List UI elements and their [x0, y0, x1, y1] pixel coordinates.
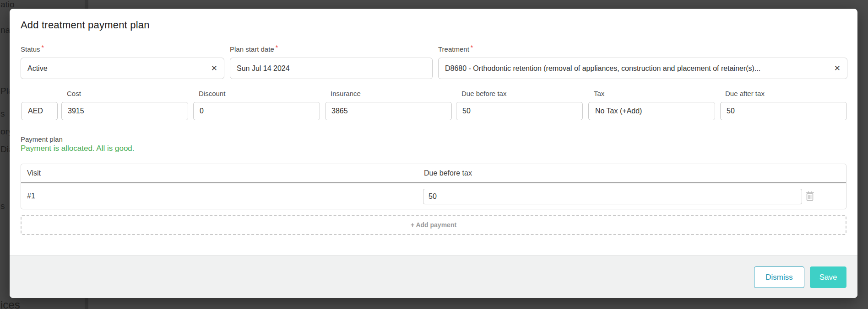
- background-text-fragment: s: [0, 109, 5, 119]
- plan-start-date-value: Sun Jul 14 2024: [237, 64, 426, 73]
- insurance-label: Insurance: [331, 90, 361, 97]
- visit-due-before-tax-input[interactable]: [423, 189, 802, 204]
- due-after-tax-input: [720, 102, 847, 120]
- tax-select[interactable]: No Tax (+Add): [588, 102, 715, 120]
- required-asterisk: *: [471, 44, 473, 51]
- clear-status-icon[interactable]: ✕: [211, 64, 217, 72]
- treatment-value: D8680 - Orthodontic retention (removal o…: [445, 64, 830, 73]
- due-before-tax-label: Due before tax: [461, 90, 506, 97]
- due-before-tax-input: [456, 102, 583, 120]
- add-payment-button[interactable]: + Add payment: [21, 215, 846, 235]
- required-asterisk: *: [42, 44, 44, 51]
- due-after-tax-label: Due after tax: [725, 90, 765, 97]
- cost-label: Cost: [67, 90, 81, 97]
- save-button[interactable]: Save: [810, 266, 846, 288]
- currency-box: AED: [21, 102, 58, 120]
- dialog-title: Add treatment payment plan: [21, 19, 150, 31]
- add-treatment-payment-plan-dialog: Add treatment payment plan Status* Plan …: [10, 9, 857, 298]
- required-asterisk: *: [276, 44, 278, 51]
- table-header-row: Visit Due before tax: [21, 164, 846, 183]
- tax-value: No Tax (+Add): [595, 107, 708, 115]
- treatment-label: Treatment*: [438, 44, 473, 53]
- currency-code: AED: [28, 107, 51, 115]
- clear-treatment-icon[interactable]: ✕: [834, 64, 841, 72]
- treatment-select[interactable]: D8680 - Orthodontic retention (removal o…: [438, 58, 847, 79]
- background-text-fragment: ices: [0, 298, 20, 309]
- plan-start-date-label: Plan start date*: [230, 44, 278, 53]
- visit-column-header: Visit: [27, 169, 41, 177]
- due-before-tax-column-header: Due before tax: [424, 169, 472, 177]
- payment-plan-table: Visit Due before tax #1: [21, 164, 846, 209]
- screen: atio nat Pla s ory Dia s ices Add treatm…: [0, 0, 868, 309]
- delete-payment-icon[interactable]: [805, 191, 814, 202]
- dialog-footer: Dismiss Save: [10, 255, 857, 298]
- payment-plan-section-label: Payment plan: [21, 135, 63, 143]
- visit-number: #1: [27, 192, 35, 200]
- plan-start-date-input[interactable]: Sun Jul 14 2024: [230, 58, 433, 79]
- status-select[interactable]: Active ✕: [21, 58, 224, 79]
- tax-label: Tax: [594, 90, 604, 97]
- status-value: Active: [27, 64, 206, 73]
- allocation-status-message: Payment is allocated. All is good.: [21, 144, 135, 153]
- background-text-fragment: atio: [0, 0, 15, 10]
- cost-input[interactable]: [61, 102, 188, 120]
- status-label: Status*: [21, 44, 44, 53]
- add-payment-label: + Add payment: [411, 221, 456, 229]
- dismiss-button[interactable]: Dismiss: [754, 266, 804, 288]
- discount-input[interactable]: [193, 102, 320, 120]
- background-text-fragment: s: [0, 201, 5, 211]
- insurance-input[interactable]: [325, 102, 452, 120]
- discount-label: Discount: [199, 90, 225, 97]
